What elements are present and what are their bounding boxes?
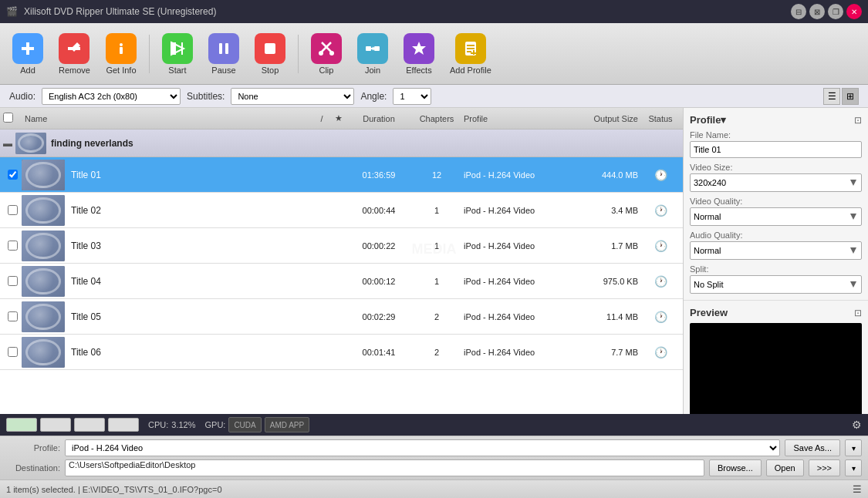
svg-rect-8 <box>265 43 275 54</box>
row-size-title03: 1.7 MB <box>572 241 641 251</box>
row-checkbox-title03[interactable] <box>3 241 22 251</box>
th-edit: / <box>314 114 329 123</box>
video-size-select[interactable]: 320x240 640x480 720x480 1280x720 <box>690 173 862 192</box>
pause-button[interactable]: Pause <box>202 30 245 78</box>
profile-section-title: Profile▾ <box>690 114 726 126</box>
table-row[interactable]: Title 03 00:00:22 1 iPod - H.264 Video 1… <box>0 228 683 264</box>
video-quality-select[interactable]: Normal Low High <box>690 207 862 226</box>
bottom-destination-value[interactable]: C:\Users\SoftpediaEditor\Desktop <box>65 459 704 476</box>
audio-quality-select[interactable]: Normal Low High <box>690 241 862 260</box>
group-thumbnail <box>15 133 46 154</box>
group-toggle-icon[interactable]: ▬ <box>3 138 12 149</box>
video-size-label: Video Size: <box>690 163 862 172</box>
row-size-title01: 444.0 MB <box>572 170 641 180</box>
save-as-arrow-button[interactable]: ▾ <box>845 439 862 456</box>
close-button[interactable]: ✕ <box>846 4 862 19</box>
remove-button[interactable]: Remove <box>52 30 96 78</box>
table-row[interactable]: Title 04 00:00:12 1 iPod - H.264 Video 9… <box>0 264 683 299</box>
svg-rect-7 <box>225 43 228 54</box>
svg-rect-6 <box>219 43 222 54</box>
expand-icon[interactable]: ⊡ <box>854 115 862 126</box>
row-chapters-title05: 2 <box>410 312 464 321</box>
row-thumbnail-title01 <box>22 160 65 190</box>
th-status: Status <box>641 114 680 123</box>
row-checkbox-title04[interactable] <box>3 276 22 286</box>
row-checkbox-title02[interactable] <box>3 205 22 215</box>
maximize-button[interactable]: ❐ <box>828 4 843 19</box>
forward-button[interactable]: >>> <box>809 459 840 476</box>
row-thumbnail-title05 <box>22 301 65 332</box>
audio-label: Audio: <box>9 91 35 102</box>
table-row[interactable]: Title 01 01:36:59 12 iPod - H.264 Video … <box>0 157 683 193</box>
th-checkbox <box>3 113 22 124</box>
gpu-perf: GPU: CUDA AMD APP <box>204 417 309 432</box>
subtitles-select[interactable]: None <box>231 88 354 105</box>
status-text: 1 item(s) selected. | E:\VIDEO_TS\VTS_01… <box>6 485 222 494</box>
table-row[interactable]: Title 05 00:02:29 2 iPod - H.264 Video 1… <box>0 299 683 335</box>
select-all-checkbox[interactable] <box>3 113 13 123</box>
stop-button[interactable]: Stop <box>248 30 292 78</box>
row-profile-title01: iPod - H.264 Video <box>464 170 572 180</box>
row-profile-title03: iPod - H.264 Video <box>464 241 572 251</box>
split-select[interactable]: No Split By Size By Time By Chapter <box>690 275 862 294</box>
row-size-title05: 11.4 MB <box>572 312 641 321</box>
getinfo-button[interactable]: Get Info <box>100 30 143 78</box>
preview-expand-icon[interactable]: ⊡ <box>854 308 862 318</box>
join-button[interactable]: Join <box>351 30 394 78</box>
row-chapters-title03: 1 <box>410 241 464 251</box>
progress-chip-1 <box>6 418 37 432</box>
row-checkbox-title05[interactable] <box>3 311 22 321</box>
window-controls: ⊟ ⊠ ❐ ✕ <box>791 4 862 19</box>
grid-view-button[interactable]: ⊞ <box>842 88 859 105</box>
svg-rect-13 <box>366 46 371 51</box>
add-button[interactable]: Add <box>6 30 49 78</box>
browse-button[interactable]: Browse... <box>709 459 762 476</box>
row-size-title04: 975.0 KB <box>572 277 641 286</box>
svg-point-12 <box>329 51 334 56</box>
row-name-title02: Title 02 <box>71 205 348 216</box>
bottom-destination-label: Destination: <box>6 463 60 473</box>
row-profile-title06: iPod - H.264 Video <box>464 348 572 357</box>
save-as-button[interactable]: Save As... <box>785 439 840 456</box>
audio-select[interactable]: English AC3 2ch (0x80) <box>42 88 181 105</box>
cuda-button[interactable]: CUDA <box>228 417 261 432</box>
row-checkbox-title01[interactable] <box>3 170 22 180</box>
addprofile-button[interactable]: Add Profile <box>444 30 498 78</box>
row-status-title02: 🕐 <box>641 204 680 217</box>
row-duration-title02: 00:00:44 <box>348 206 410 215</box>
amd-button[interactable]: AMD APP <box>265 417 309 432</box>
svg-rect-5 <box>120 47 123 54</box>
table-row[interactable]: Title 02 00:00:44 1 iPod - H.264 Video 3… <box>0 193 683 228</box>
row-duration-title01: 01:36:59 <box>348 170 410 180</box>
table-row[interactable]: Title 06 00:01:41 2 iPod - H.264 Video 7… <box>0 335 683 370</box>
subtitles-label: Subtitles: <box>187 91 225 102</box>
effects-button[interactable]: Effects <box>397 30 441 78</box>
preview-canvas: MEDIA <box>690 323 862 414</box>
cpu-label: CPU: <box>148 420 168 429</box>
row-duration-title04: 00:00:12 <box>348 277 410 286</box>
angle-select[interactable]: 1 <box>393 88 431 105</box>
row-status-title05: 🕐 <box>641 311 680 323</box>
clip-button[interactable]: Clip <box>305 30 348 78</box>
destination-options-button[interactable]: ▾ <box>845 459 862 476</box>
perf-bar: CPU: 3.12% GPU: CUDA AMD APP ⚙ <box>0 414 868 436</box>
row-chapters-title04: 1 <box>410 277 464 286</box>
row-chapters-title02: 1 <box>410 206 464 215</box>
statusbar: 1 item(s) selected. | E:\VIDEO_TS\VTS_01… <box>0 479 868 498</box>
row-name-title06: Title 06 <box>71 347 348 358</box>
restore-button[interactable]: ⊠ <box>809 4 825 19</box>
bottom-profile-select[interactable]: iPod - H.264 Video <box>65 439 780 456</box>
progress-chip-4 <box>108 418 139 432</box>
row-profile-title02: iPod - H.264 Video <box>464 206 572 215</box>
start-button[interactable]: Start <box>156 30 199 78</box>
open-button[interactable]: Open <box>766 459 804 476</box>
list-view-button[interactable]: ☰ <box>823 88 840 105</box>
minimize-button[interactable]: ⊟ <box>791 4 806 19</box>
bottombar: Profile: iPod - H.264 Video Save As... ▾… <box>0 436 868 479</box>
row-duration-title03: 00:00:22 <box>348 241 410 251</box>
file-name-input[interactable] <box>690 141 862 158</box>
group-row[interactable]: ▬ finding neverlands <box>0 130 683 157</box>
row-checkbox-title06[interactable] <box>3 347 22 357</box>
perf-settings-icon[interactable]: ⚙ <box>852 419 862 431</box>
statusbar-icon[interactable]: ☰ <box>853 483 862 495</box>
